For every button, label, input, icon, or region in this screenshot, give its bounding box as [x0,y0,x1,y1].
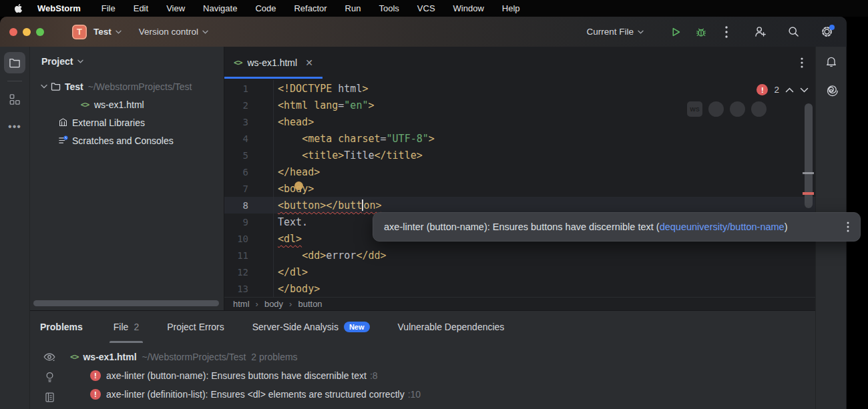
project-panel-header[interactable]: Project [30,47,224,76]
problem-text: axe-linter (definition-list): Ensures <d… [106,389,405,400]
search-everywhere-button[interactable] [785,24,801,40]
line-number: 12 [224,264,274,280]
code-line-8[interactable]: 8<button></button> [224,197,815,214]
more-actions-button[interactable] [718,24,734,40]
problems-tab-server-side-analysis[interactable]: Server-Side AnalysisNew [248,311,374,343]
tab-count: 2 [134,322,139,332]
menu-item-file[interactable]: File [101,3,116,13]
browser-icon[interactable] [708,101,724,117]
structure-tool-window-button[interactable] [4,89,25,110]
code-line-4[interactable]: 4 <meta charset="UTF-8"> [224,130,815,147]
menu-item-webstorm[interactable]: WebStorm [37,3,81,13]
project-icon[interactable]: T [72,25,87,39]
code-text: <dd>error</dd> [278,250,387,262]
inspection-tooltip: axe-linter (button-name): Ensures button… [373,212,861,242]
more-tool-windows-button[interactable]: ••• [8,121,21,133]
zoom-window-button[interactable] [36,28,44,36]
preview-eye-button[interactable] [42,350,57,364]
file-name: ws-ex1.html [83,352,136,362]
breadcrumb-button[interactable]: button [298,299,322,309]
close-tab-icon[interactable]: ✕ [305,57,313,68]
kebab-menu-icon [801,57,803,68]
line-number: 6 [224,163,274,180]
webstorm-preview-icon[interactable]: WS [687,101,702,117]
menu-item-view[interactable]: View [166,3,185,13]
problems-file-row[interactable]: <>ws-ex1.html~/WebstormProjects/Test2 pr… [69,348,815,366]
minimize-window-button[interactable] [23,28,31,36]
problems-tab-file[interactable]: File2 [110,311,143,343]
document-list-icon[interactable] [43,391,56,404]
run-button[interactable] [668,24,684,40]
menu-item-navigate[interactable]: Navigate [203,3,237,13]
problem-text: axe-linter (button-name): Ensures button… [106,370,367,381]
project-panel: Project Test ~/WebstormProjects/Test <> [30,47,224,310]
debug-button[interactable] [693,24,709,40]
left-tool-stripe: ••• [0,47,30,409]
code-with-me-button[interactable] [752,24,768,40]
vcs-widget[interactable]: Version control [139,27,208,37]
error-count: 2 [774,85,779,95]
project-widget[interactable]: Test [93,27,122,37]
code-line-7[interactable]: 7<body> [224,180,815,197]
html-file-icon: <> [70,352,78,362]
scrollbar-error-stripe[interactable] [803,192,814,195]
previous-error-button[interactable] [785,87,794,93]
browser-icon[interactable] [730,101,745,117]
apple-menu-icon[interactable] [14,3,23,13]
horizontal-scrollbar[interactable] [33,300,219,306]
run-configuration-selector[interactable]: Current File [586,27,644,37]
code-text: <html lang="en"> [278,99,375,111]
project-tool-window-button[interactable] [4,52,25,73]
new-badge: New [344,322,370,332]
editor-tab[interactable]: <> ws-ex1.html ✕ [224,47,322,79]
problem-item-2[interactable]: !axe-linter (definition-list): Ensures <… [90,385,815,404]
notifications-bell-button[interactable] [825,55,838,68]
code-text: </body> [278,283,320,295]
tree-item-file[interactable]: <> ws-ex1.html [30,95,224,113]
menu-item-vcs[interactable]: VCS [417,3,435,13]
menu-item-help[interactable]: Help [502,3,520,13]
tree-item-root[interactable]: Test ~/WebstormProjects/Test [30,77,224,95]
browser-icon[interactable] [751,101,767,117]
breadcrumb-body[interactable]: body [264,299,283,309]
code-line-13[interactable]: 13</body> [224,280,815,297]
scrollbar-warning-stripe[interactable] [803,172,814,174]
problems-tab-vulnerable-dependencies[interactable]: Vulnerable Dependencies [394,311,509,343]
macos-menubar: WebStormFileEditViewNavigateCodeRefactor… [0,0,868,17]
lightbulb-icon[interactable] [43,370,56,385]
tooltip-rule-link[interactable]: dequeuniversity/button-name [660,222,785,232]
menu-item-edit[interactable]: Edit [134,3,148,13]
inspections-widget[interactable]: ! 2 [756,84,809,95]
line-number: 8 [224,197,274,214]
tree-item-scratches[interactable]: Scratches and Consoles [30,131,224,149]
next-error-button[interactable] [800,87,809,93]
problem-item-1[interactable]: !axe-linter (button-name): Ensures butto… [90,366,815,385]
code-line-1[interactable]: 1<!DOCTYPE html> [224,80,815,97]
code-line-11[interactable]: 11 <dd>error</dd> [224,247,815,264]
close-window-button[interactable] [9,28,17,36]
file-path: ~/WebstormProjects/Test [142,352,246,362]
line-number: 10 [224,230,274,247]
problems-tab-project-errors[interactable]: Project Errors [163,311,228,343]
error-badge-icon: ! [90,389,101,400]
folder-icon [50,81,61,92]
tooltip-more-button[interactable] [847,222,849,232]
add-user-icon [753,25,767,39]
code-line-12[interactable]: 12</dl> [224,264,815,280]
menu-item-run[interactable]: Run [345,3,361,13]
breadcrumb-html[interactable]: html [233,299,250,309]
menu-item-window[interactable]: Window [453,3,484,13]
menubar-items: WebStormFileEditViewNavigateCodeRefactor… [37,3,538,13]
code-line-6[interactable]: 6</head> [224,163,815,180]
line-number: 5 [224,147,274,163]
code-text: <!DOCTYPE html> [278,83,368,95]
settings-button[interactable] [819,24,835,40]
code-line-5[interactable]: 5 <title>Title</title> [224,147,815,163]
menu-item-code[interactable]: Code [255,3,276,13]
menu-item-tools[interactable]: Tools [379,3,399,13]
code-area[interactable]: ! 2 WS 1<!DOCTYPE html>2<html lang="en">… [224,79,815,297]
tree-item-external-libraries[interactable]: External Libraries [30,113,224,131]
tab-options-button[interactable] [801,57,803,68]
menu-item-refactor[interactable]: Refactor [294,3,327,13]
ai-assistant-button[interactable] [824,83,839,98]
